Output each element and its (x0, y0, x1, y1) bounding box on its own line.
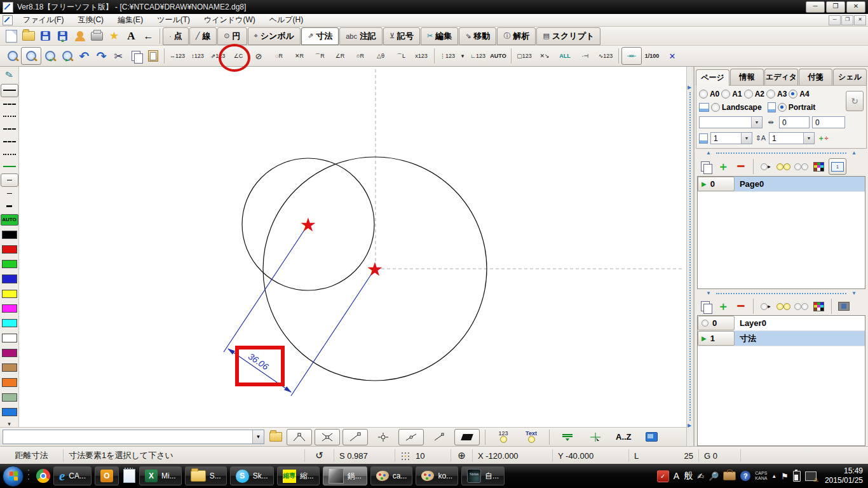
snap-intersection-button[interactable] (315, 429, 340, 445)
layer-toggle-cell[interactable]: ▶ 1 (698, 331, 735, 346)
snap-endpoint-button[interactable] (342, 429, 368, 445)
tab-point[interactable]: ·点 (163, 27, 189, 45)
color-swatch-lightblue[interactable] (2, 408, 17, 416)
maximize-button[interactable]: ❐ (826, 1, 845, 13)
sort-az-button[interactable]: A..Z (616, 432, 632, 442)
network-warning-icon[interactable] (805, 471, 817, 481)
taskbar-outlook-button[interactable]: O (95, 466, 119, 485)
linestyle-green[interactable] (1, 160, 18, 173)
dim-chain-button[interactable]: ∿123 (595, 47, 616, 65)
print-button[interactable] (88, 28, 105, 44)
combo-dropdown-icon[interactable]: ▼ (252, 430, 264, 444)
select-cursor-button[interactable] (583, 429, 608, 445)
ime-toolbox-icon[interactable] (723, 471, 736, 480)
color-swatch-red[interactable] (2, 245, 17, 254)
text-visibility-toggle[interactable]: Text (519, 429, 544, 445)
dim-chamfer-button[interactable]: ✕R (289, 47, 309, 65)
tab-annotation[interactable]: abc注記 (339, 27, 383, 45)
zoom-window-button[interactable] (4, 48, 21, 64)
linewidth-3[interactable] (1, 200, 18, 213)
dim-arc-length-button[interactable]: ⌒L (391, 47, 411, 65)
menu-edit[interactable]: 編集(E) (111, 13, 149, 27)
linewidth-1[interactable] (1, 173, 18, 187)
tab-shell[interactable]: シェル (833, 69, 867, 85)
dimension-value-text[interactable]: 36.06 (247, 351, 271, 372)
close-button[interactable]: ✕ (846, 1, 865, 13)
tab-info[interactable]: 情報 (730, 69, 764, 85)
menu-window[interactable]: ウインドウ(W) (198, 13, 262, 27)
dim-ordinate-button[interactable]: ⋮123 (437, 47, 458, 65)
radio-a4[interactable] (789, 90, 797, 98)
menu-compat[interactable]: 互換(C) (71, 13, 110, 27)
save-as-button[interactable]: ▴ (54, 28, 71, 44)
linewidth-2[interactable] (1, 187, 18, 200)
color-swatch-sage[interactable] (2, 393, 17, 402)
page-colors-button[interactable] (811, 159, 827, 174)
taskbar-sirius-button[interactable]: Sirius自... (461, 466, 505, 485)
dim-visibility-toggle[interactable]: 123 (491, 429, 516, 445)
redo-button[interactable]: ↷ (93, 48, 110, 64)
taskbar-skype-button[interactable]: SSk... (230, 466, 274, 485)
dim-angle-theta-button[interactable]: △θ (370, 47, 391, 65)
layer-toggle-cell[interactable]: 0 (698, 316, 735, 330)
layer-splitter[interactable]: ▼▼ (700, 290, 863, 296)
new-file-button[interactable] (3, 28, 20, 44)
center-star-2[interactable]: ★ (367, 259, 384, 280)
ime-mode-indicator[interactable]: 般 (684, 470, 693, 482)
tab-sign[interactable]: ⊻記号 (383, 27, 420, 45)
tab-line[interactable]: ╱線 (189, 27, 217, 45)
color-swatch-cyan[interactable] (2, 319, 17, 327)
dim-vertical-button[interactable]: ↕123 (187, 47, 208, 65)
tab-dimension[interactable]: ⇗寸法 (301, 27, 339, 45)
text-scale-combobox[interactable]: 1▼ (769, 132, 815, 144)
mdi-minimize-button[interactable]: ─ (829, 15, 841, 25)
rotate-indicator-icon[interactable]: ↺ (305, 449, 334, 462)
ime-alpha-indicator[interactable]: A (674, 471, 679, 481)
add-page-button[interactable]: ＋ (715, 159, 731, 174)
taskbar-shukusen-button[interactable]: 縮専縮... (277, 466, 320, 485)
show-all-layers-button[interactable] (775, 299, 792, 314)
tab-symbol[interactable]: ⌖シンボル (248, 27, 301, 45)
color-swatch-green[interactable] (2, 260, 17, 268)
zoom-extents-button[interactable] (21, 47, 41, 65)
security-tray-icon[interactable]: ✓ (657, 470, 669, 482)
snap-online-button[interactable] (398, 429, 424, 445)
tray-expand-icon[interactable]: ▲ (771, 473, 776, 479)
taskbar-paint2-button[interactable]: ko... (416, 466, 458, 485)
show-current-layer-button[interactable]: ▸ (757, 299, 774, 314)
color-swatch-white[interactable] (2, 334, 17, 342)
page-scale-combobox[interactable]: 1▼ (710, 132, 752, 144)
add-remove-icon[interactable]: ＋÷ (817, 133, 829, 143)
dim-circle-r-button[interactable]: ○R (350, 47, 370, 65)
auto-width-button[interactable]: AUTO (1, 214, 18, 225)
help-tray-icon[interactable]: ? (740, 471, 750, 481)
radio-portrait[interactable] (778, 103, 787, 112)
layer-film-button[interactable] (836, 299, 852, 314)
refresh-page-button[interactable]: ↻ (846, 91, 864, 111)
dim-aligned-button[interactable]: ⇗123 (208, 47, 228, 65)
panel-splitter[interactable]: ▶▶ (686, 67, 694, 446)
tab-circle[interactable]: ⊙円 (217, 27, 247, 45)
radio-a2[interactable] (744, 90, 753, 98)
favorite-button[interactable]: ★ (105, 28, 123, 44)
taskbar-ie-button[interactable]: eCA... (53, 466, 92, 485)
user-edit-button[interactable] (71, 28, 88, 44)
color-swatch-magenta[interactable] (2, 304, 17, 313)
fullscreen-button[interactable] (639, 429, 665, 445)
page-row[interactable]: ▶ 0 Page0 (698, 177, 865, 192)
drawing-canvas[interactable]: 36.06 ★ ★ (19, 67, 686, 427)
remove-page-button[interactable]: ━ (733, 159, 749, 174)
menu-file[interactable]: ファイル(F) (17, 13, 70, 27)
center-star-1[interactable]: ★ (300, 214, 317, 235)
page-splitter[interactable]: ▲▲ (700, 150, 863, 156)
snap-grid-button[interactable] (370, 429, 396, 445)
open-file-button[interactable] (20, 28, 37, 44)
taskbar-chrome-icon[interactable] (36, 469, 50, 483)
layer-row[interactable]: ▶ 1 寸法 (698, 331, 865, 346)
dim-cross-edit-button[interactable]: ✕↘ (534, 47, 555, 65)
dim-scale-button[interactable]: 1/100 (642, 47, 662, 65)
copy-layer-button[interactable] (697, 299, 714, 314)
more-colors-button[interactable]: ▾ (8, 421, 11, 427)
command-combobox[interactable]: ▼ (3, 430, 264, 444)
template-combobox[interactable]: ▼ (699, 116, 763, 128)
